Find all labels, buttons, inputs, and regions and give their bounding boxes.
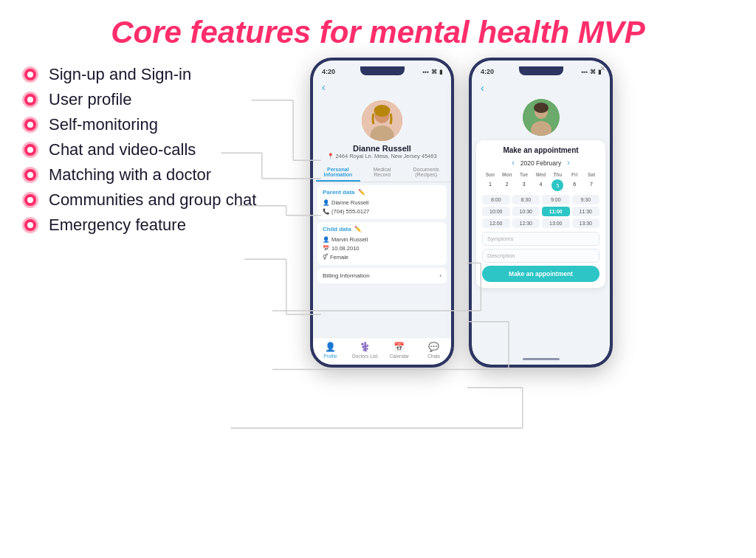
- nav-doctors[interactable]: ⚕️ Doctors List: [348, 342, 382, 359]
- feature-item-profile: User profile: [22, 90, 256, 109]
- person-icon-2: 👤: [323, 236, 329, 243]
- feature-dot-selfmon: [22, 117, 38, 133]
- home-indicator-2: [523, 358, 560, 360]
- tab-documents[interactable]: Documents(Recipes): [404, 164, 448, 182]
- wifi-icon-2: ⌘: [590, 69, 596, 75]
- tab-medical[interactable]: MedicalRecord: [360, 164, 405, 182]
- calendar-nav: ‹ 2020 February ›: [482, 159, 599, 167]
- time-slot-1000[interactable]: 10:00: [482, 207, 510, 216]
- appointment-card: × Make an appointment ‹ 2020 February › …: [476, 140, 605, 288]
- time-slot-1230[interactable]: 12:30: [512, 218, 540, 228]
- cal-header-sat: Sat: [583, 170, 599, 179]
- time-slot-900[interactable]: 9:00: [542, 195, 570, 204]
- cal-day-1[interactable]: 1: [482, 179, 498, 191]
- nav-chats[interactable]: 💬 Chats: [416, 342, 451, 359]
- phone-notch-2: [519, 66, 563, 75]
- p1-tabs: PersonalInformation MedicalRecord Docume…: [313, 164, 451, 182]
- time-slot-800[interactable]: 8:00: [482, 195, 510, 204]
- cal-day-7[interactable]: 7: [583, 179, 599, 191]
- feature-dot-communities: [22, 192, 38, 208]
- location-icon: 📍: [327, 153, 334, 159]
- phone-icon: 📞: [323, 208, 329, 215]
- p1-parent-phone: 📞 (704) 555-0127: [323, 207, 441, 216]
- feature-item-communities: Communities and group chat: [22, 190, 256, 210]
- time-grid: 8:00 8:30 9:00 9:30 10:00 10:30 11:00 11…: [482, 195, 599, 228]
- p1-header: ‹: [313, 78, 451, 97]
- wifi-icon: ⌘: [431, 69, 437, 75]
- p2-doctor-avatar: [523, 99, 560, 136]
- time-slot-930[interactable]: 9:30: [572, 195, 600, 204]
- p1-child-dob: 📅 10.08.2010: [323, 244, 441, 252]
- phone-profile: 4:20 ▪▪▪ ⌘ ▮ ‹: [310, 58, 454, 368]
- feature-item-signup: Sign-up and Sign-in: [22, 65, 256, 84]
- feature-label-chat: Chat and video-calls: [49, 140, 196, 159]
- nav-calendar[interactable]: 📅 Calendar: [382, 342, 417, 359]
- chats-nav-icon: 💬: [428, 342, 439, 352]
- phone-screen-2: 4:20 ▪▪▪ ⌘ ▮ ‹: [472, 61, 610, 365]
- feature-label-communities: Communities and group chat: [49, 190, 256, 210]
- calendar-icon-small: 📅: [323, 245, 329, 252]
- symptoms-input[interactable]: Symptoms: [482, 232, 599, 246]
- phone-notch-1: [360, 66, 405, 75]
- cal-day-3[interactable]: 3: [516, 179, 532, 191]
- page-container: Core features for mental health MVP: [0, 0, 756, 558]
- feature-dot-signup: [22, 66, 38, 83]
- cal-header-tue: Tue: [516, 170, 532, 179]
- signal-icon-2: ▪▪▪: [581, 69, 588, 75]
- chevron-right-icon: ›: [439, 272, 441, 279]
- cal-header-mon: Mon: [499, 170, 515, 179]
- prev-month-button[interactable]: ‹: [512, 159, 515, 167]
- phone-screen-1: 4:20 ▪▪▪ ⌘ ▮ ‹: [313, 61, 451, 365]
- back-arrow-1[interactable]: ‹: [322, 81, 326, 93]
- feature-dot-emergency: [22, 217, 38, 233]
- feature-dot-chat: [22, 142, 38, 158]
- time-slot-1100[interactable]: 11:00: [542, 207, 570, 216]
- signal-icon: ▪▪▪: [422, 69, 429, 75]
- feature-label-matching: Matching with a doctor: [49, 165, 211, 185]
- edit-icon-parent[interactable]: ✏️: [358, 189, 365, 196]
- feature-dot-profile: [22, 92, 38, 108]
- make-appointment-button[interactable]: Make an appointment: [482, 266, 599, 282]
- status-time-2: 4:20: [481, 68, 494, 75]
- cal-day-5-today[interactable]: 5: [551, 179, 563, 191]
- time-slot-1030[interactable]: 10:30: [512, 207, 540, 216]
- features-list: Sign-up and Sign-in User profile Self-mo…: [22, 65, 256, 542]
- p1-avatar-area: Dianne Russell 📍 2464 Royal Ln. Mesa, Ne…: [313, 97, 451, 164]
- next-month-button[interactable]: ›: [567, 159, 569, 167]
- edit-icon-child[interactable]: ✏️: [354, 226, 362, 232]
- calendar-grid: Sun Mon Tue Wed Thu Fri Sat 1 2 3 4: [482, 170, 599, 191]
- cal-day-2[interactable]: 2: [499, 179, 515, 191]
- content-area: Sign-up and Sign-in User profile Self-mo…: [22, 65, 734, 542]
- time-slot-1130[interactable]: 11:30: [572, 207, 600, 216]
- time-slot-1330[interactable]: 13:30: [572, 218, 600, 228]
- p1-user-address: 📍 2464 Royal Ln. Mesa, New Jersey 45463: [327, 153, 436, 159]
- cal-day-6[interactable]: 6: [566, 179, 583, 191]
- status-time-1: 4:20: [322, 68, 335, 75]
- time-slot-830[interactable]: 8:30: [512, 195, 540, 204]
- close-button[interactable]: ×: [600, 63, 605, 74]
- feature-label-signup: Sign-up and Sign-in: [49, 65, 191, 84]
- p1-billing[interactable]: Billing Information ›: [317, 268, 447, 283]
- person-icon: 👤: [323, 199, 329, 206]
- p1-user-avatar: [362, 100, 402, 141]
- p1-parent-title: Parent data ✏️: [323, 189, 441, 196]
- profile-nav-icon: 👤: [325, 342, 336, 352]
- feature-label-selfmon: Self-monitoring: [49, 115, 158, 134]
- calendar-nav-icon: 📅: [394, 342, 405, 352]
- cal-day-4[interactable]: 4: [533, 179, 549, 191]
- feature-dot-matching: [22, 167, 38, 183]
- phones-container: 4:20 ▪▪▪ ⌘ ▮ ‹: [310, 58, 613, 368]
- back-arrow-2[interactable]: ‹: [481, 82, 484, 94]
- doctors-nav-icon: ⚕️: [360, 342, 371, 352]
- tab-personal[interactable]: PersonalInformation: [316, 164, 360, 182]
- nav-profile[interactable]: 👤 Profile: [313, 342, 348, 359]
- svg-point-28: [534, 103, 549, 113]
- time-slot-1300[interactable]: 13:00: [542, 218, 570, 228]
- p1-parent-section: Parent data ✏️ 👤 Dianne Russell 📞 (704) …: [317, 185, 447, 219]
- feature-item-matching: Matching with a doctor: [22, 165, 256, 185]
- cal-header-sun: Sun: [482, 170, 498, 179]
- description-input[interactable]: Description: [482, 249, 599, 263]
- time-slot-1200[interactable]: 12:00: [482, 218, 510, 228]
- status-icons-2: ▪▪▪ ⌘ ▮: [581, 69, 601, 75]
- p2-header: ‹: [472, 78, 610, 99]
